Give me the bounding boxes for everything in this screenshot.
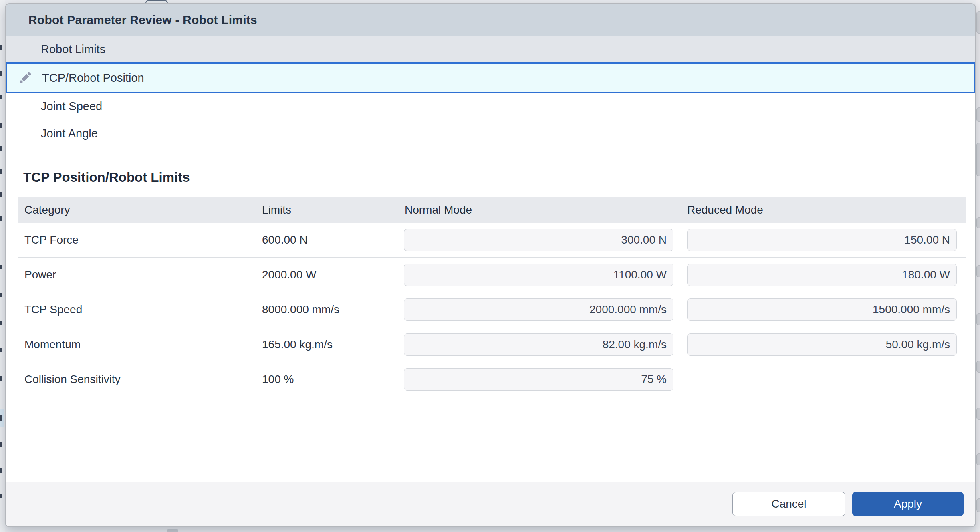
limit-cell: 8000.000 mm/s <box>257 303 399 316</box>
normal-mode-input[interactable] <box>404 229 673 251</box>
nav-item-label: TCP/Robot Position <box>42 71 144 85</box>
pencil-icon <box>17 70 33 86</box>
normal-mode-input[interactable] <box>404 333 673 356</box>
nav-item-joint-angle[interactable]: Joint Angle <box>6 120 975 147</box>
limit-cell: 2000.00 W <box>257 268 399 281</box>
apply-button[interactable]: Apply <box>852 492 964 516</box>
category-cell: Momentum <box>18 338 257 351</box>
table-row-momentum: Momentum 165.00 kg.m/s <box>18 327 966 362</box>
background-page: Robot Parameter Review - Robot Limits Ro… <box>0 0 980 532</box>
section-heading: TCP Position/Robot Limits <box>23 170 975 185</box>
category-cell: TCP Force <box>18 234 257 246</box>
reduced-mode-input[interactable] <box>687 264 957 286</box>
nav-item-robot-limits[interactable]: Robot Limits <box>6 36 975 62</box>
left-edge-fragment <box>0 0 5 532</box>
normal-mode-input[interactable] <box>404 368 673 391</box>
right-edge-fragment <box>976 0 980 532</box>
limits-table: Category Limits Normal Mode Reduced Mode… <box>18 197 966 397</box>
reduced-mode-input[interactable] <box>687 229 957 251</box>
nav-item-label: Joint Speed <box>41 100 102 113</box>
table-header-row: Category Limits Normal Mode Reduced Mode <box>18 197 966 223</box>
nav-item-label: Robot Limits <box>41 43 105 56</box>
cancel-button[interactable]: Cancel <box>732 492 845 516</box>
table-row-power: Power 2000.00 W <box>18 258 966 292</box>
bottom-scrollbar-fragment <box>167 529 178 532</box>
reduced-mode-input[interactable] <box>687 298 957 321</box>
nav-item-tcp-robot-position[interactable]: TCP/Robot Position <box>6 62 975 93</box>
table-row-tcp-speed: TCP Speed 8000.000 mm/s <box>18 292 966 327</box>
limit-cell: 165.00 kg.m/s <box>257 338 399 351</box>
robot-parameter-review-dialog: Robot Parameter Review - Robot Limits Ro… <box>5 3 976 527</box>
category-cell: Collision Sensitivity <box>18 373 257 386</box>
dialog-title: Robot Parameter Review - Robot Limits <box>28 13 257 27</box>
reduced-mode-input[interactable] <box>687 333 957 356</box>
column-header-limits: Limits <box>257 204 399 216</box>
column-header-reduced-mode: Reduced Mode <box>682 204 966 216</box>
category-cell: TCP Speed <box>18 303 257 316</box>
table-row-collision-sensitivity: Collision Sensitivity 100 % <box>18 362 966 397</box>
normal-mode-input[interactable] <box>404 298 673 321</box>
limit-cell: 100 % <box>257 373 399 386</box>
nav-item-joint-speed[interactable]: Joint Speed <box>6 93 975 120</box>
table-row-tcp-force: TCP Force 600.00 N <box>18 223 966 258</box>
category-cell: Power <box>18 268 257 281</box>
column-header-normal-mode: Normal Mode <box>399 204 682 216</box>
column-header-category: Category <box>18 204 257 216</box>
dialog-footer: Cancel Apply <box>6 482 975 526</box>
normal-mode-input[interactable] <box>404 264 673 286</box>
content-spacer <box>6 397 975 482</box>
dialog-titlebar: Robot Parameter Review - Robot Limits <box>6 4 975 36</box>
nav-item-label: Joint Angle <box>41 127 98 140</box>
limit-cell: 600.00 N <box>257 234 399 246</box>
